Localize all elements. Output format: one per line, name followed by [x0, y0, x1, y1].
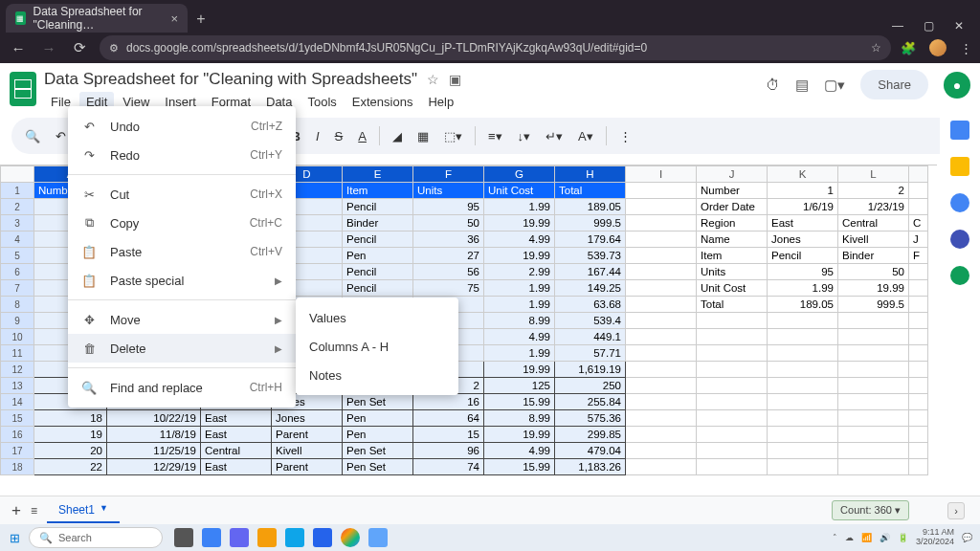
- cell[interactable]: [768, 410, 838, 427]
- cell[interactable]: Units: [413, 183, 484, 199]
- cell[interactable]: [909, 264, 928, 280]
- cell[interactable]: [697, 443, 768, 459]
- cell[interactable]: Pencil: [343, 199, 413, 215]
- text-color-button[interactable]: A: [352, 125, 372, 147]
- row-header[interactable]: 16: [1, 427, 34, 443]
- column-header-J[interactable]: J: [697, 166, 768, 183]
- cell[interactable]: Region: [697, 215, 768, 231]
- cell[interactable]: 22: [34, 459, 107, 475]
- cell[interactable]: Pen Set: [343, 459, 413, 475]
- cell[interactable]: [626, 183, 697, 199]
- sheets-logo-icon[interactable]: [10, 72, 36, 106]
- cell[interactable]: [909, 443, 928, 459]
- cell[interactable]: [838, 378, 909, 394]
- cell[interactable]: 96: [413, 443, 484, 459]
- onedrive-icon[interactable]: ☁: [845, 533, 854, 542]
- cell[interactable]: 56: [413, 264, 484, 280]
- contacts-panel-icon[interactable]: [950, 230, 969, 249]
- row-header[interactable]: 15: [1, 410, 34, 427]
- cell[interactable]: [909, 459, 928, 475]
- cell[interactable]: Pen: [343, 248, 413, 264]
- maximize-icon[interactable]: ▢: [921, 19, 936, 33]
- cell[interactable]: [909, 394, 928, 410]
- cell[interactable]: [909, 313, 928, 329]
- profile-avatar-icon[interactable]: [929, 39, 947, 56]
- row-header[interactable]: 1: [1, 183, 34, 199]
- cell[interactable]: 575.36: [555, 410, 626, 427]
- cell[interactable]: [626, 248, 697, 264]
- cell[interactable]: 63.68: [555, 297, 626, 313]
- cell[interactable]: 15.99: [484, 394, 555, 410]
- keep-panel-icon[interactable]: [950, 157, 969, 176]
- cell[interactable]: 255.84: [555, 394, 626, 410]
- strike-button[interactable]: S: [329, 125, 349, 147]
- cell[interactable]: [909, 345, 928, 362]
- cell[interactable]: 19.99: [484, 215, 555, 231]
- edit-menu-copy[interactable]: ⧉CopyCtrl+C: [68, 209, 296, 237]
- widgets-icon[interactable]: [202, 528, 221, 547]
- cell[interactable]: [768, 459, 838, 475]
- cell[interactable]: 1/6/19: [768, 199, 838, 215]
- cell[interactable]: Pencil: [343, 264, 413, 280]
- cell[interactable]: 1,619.19: [555, 362, 626, 378]
- row-header[interactable]: 6: [1, 264, 34, 280]
- cell[interactable]: 1: [768, 183, 838, 199]
- row-header[interactable]: 7: [1, 280, 34, 297]
- cell[interactable]: Pen Set: [343, 443, 413, 459]
- cell[interactable]: [697, 329, 768, 345]
- cell[interactable]: 95: [413, 199, 484, 215]
- select-all-corner[interactable]: [1, 166, 34, 183]
- maps-panel-icon[interactable]: [950, 266, 969, 285]
- column-header-F[interactable]: F: [413, 166, 484, 183]
- cell[interactable]: 11/8/19: [107, 427, 201, 443]
- cell[interactable]: [626, 329, 697, 345]
- cell[interactable]: Pen Set: [343, 394, 413, 410]
- site-settings-icon[interactable]: ⚙: [109, 42, 119, 55]
- cell[interactable]: East: [768, 215, 838, 231]
- cell[interactable]: C: [909, 215, 928, 231]
- cell[interactable]: [909, 329, 928, 345]
- cell[interactable]: Total: [697, 297, 768, 313]
- column-header-E[interactable]: E: [343, 166, 413, 183]
- cell[interactable]: 1.99: [768, 280, 838, 297]
- cell[interactable]: [697, 427, 768, 443]
- scroll-right-button[interactable]: ›: [947, 502, 965, 519]
- cell[interactable]: 2.99: [484, 264, 555, 280]
- borders-button[interactable]: ▦: [412, 125, 434, 147]
- cell[interactable]: [626, 394, 697, 410]
- cell[interactable]: 539.4: [555, 313, 626, 329]
- cell[interactable]: [768, 443, 838, 459]
- wrap-button[interactable]: ↵▾: [540, 125, 568, 147]
- explorer-icon[interactable]: [257, 528, 277, 547]
- browser-tab[interactable]: ▦ Data Spreadsheet for "Cleaning… ×: [6, 4, 188, 33]
- all-sheets-button[interactable]: ≡: [31, 504, 37, 518]
- cell[interactable]: Pen: [343, 427, 413, 443]
- row-header[interactable]: 11: [1, 345, 34, 362]
- row-header[interactable]: 13: [1, 378, 34, 394]
- cell[interactable]: 250: [555, 378, 626, 394]
- cell[interactable]: East: [201, 410, 272, 427]
- cell[interactable]: [697, 410, 768, 427]
- column-header-[interactable]: [909, 166, 928, 183]
- add-sheet-button[interactable]: +: [11, 501, 21, 520]
- cell[interactable]: Units: [697, 264, 768, 280]
- valign-button[interactable]: ↓▾: [512, 125, 537, 147]
- cell[interactable]: 27: [413, 248, 484, 264]
- column-header-I[interactable]: I: [626, 166, 697, 183]
- sheet-tab-1[interactable]: Sheet1 ▼: [47, 498, 120, 523]
- cell[interactable]: Item: [697, 248, 768, 264]
- cell[interactable]: Central: [838, 215, 909, 231]
- fill-color-button[interactable]: ◢: [387, 125, 408, 147]
- cell[interactable]: [697, 378, 768, 394]
- cell[interactable]: [838, 313, 909, 329]
- cell[interactable]: [626, 443, 697, 459]
- cell[interactable]: [768, 362, 838, 378]
- bookmark-star-icon[interactable]: ☆: [871, 41, 881, 55]
- tasks-panel-icon[interactable]: [950, 193, 969, 212]
- cell[interactable]: [768, 329, 838, 345]
- cell[interactable]: [626, 264, 697, 280]
- cell[interactable]: [626, 297, 697, 313]
- browser-menu-icon[interactable]: ⋮: [960, 41, 972, 55]
- search-tool-icon[interactable]: 🔍: [19, 125, 46, 147]
- sheet-tab-menu-icon[interactable]: ▼: [100, 503, 108, 517]
